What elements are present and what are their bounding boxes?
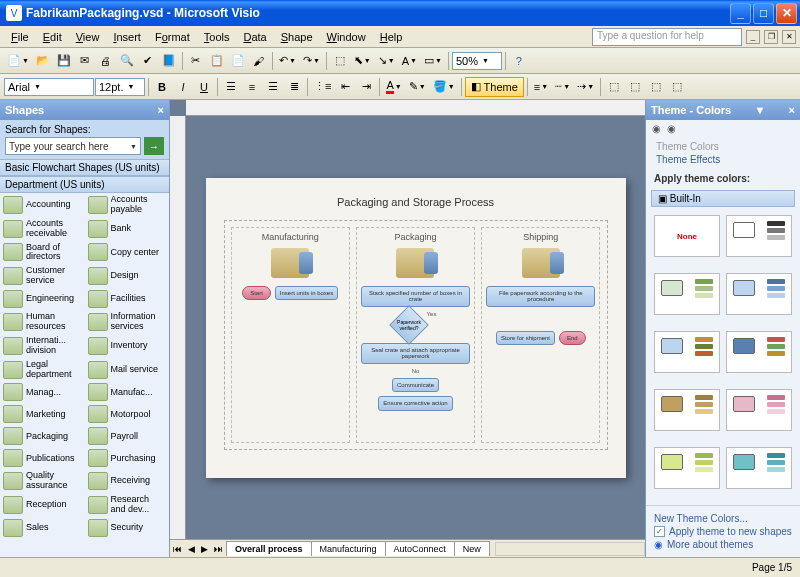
shape-item[interactable]: Engineering: [0, 288, 85, 310]
undo-button[interactable]: ↶▼: [276, 51, 299, 71]
horizontal-scrollbar[interactable]: [495, 542, 645, 556]
theme-swatch[interactable]: [654, 331, 720, 373]
copy-button[interactable]: 📋: [207, 51, 227, 71]
menu-view[interactable]: View: [69, 29, 107, 45]
drawing-page[interactable]: Packaging and Storage Process Manufactur…: [206, 178, 626, 478]
open-button[interactable]: 📂: [33, 51, 53, 71]
lane-shipping[interactable]: Shipping File paperwork according to the…: [481, 227, 600, 443]
theme-swatch[interactable]: [654, 447, 720, 489]
shape-item[interactable]: Accounts payable: [85, 193, 170, 217]
shape-item[interactable]: Human resources: [0, 310, 85, 334]
cut-button[interactable]: ✂: [186, 51, 206, 71]
tab-nav-first[interactable]: ⏮: [170, 544, 185, 554]
theme-swatch[interactable]: [726, 273, 792, 315]
align-center-button[interactable]: ≡: [242, 77, 262, 97]
line-ends-button[interactable]: ⇢▼: [574, 77, 597, 97]
node-file[interactable]: File paperwork according to the procedur…: [486, 286, 595, 307]
theme-swatch[interactable]: [726, 215, 792, 257]
shape-item[interactable]: Bank: [85, 217, 170, 241]
node-ensure[interactable]: Ensure corrective action: [378, 396, 452, 411]
rectangle-tool-button[interactable]: ▭▼: [421, 51, 445, 71]
shape-item[interactable]: Quality assurance: [0, 469, 85, 493]
save-button[interactable]: 💾: [54, 51, 74, 71]
menu-format[interactable]: Format: [148, 29, 197, 45]
apply-to-new-shapes-checkbox[interactable]: ✓Apply theme to new shapes: [654, 526, 792, 537]
underline-button[interactable]: U: [194, 77, 214, 97]
menu-edit[interactable]: Edit: [36, 29, 69, 45]
shape-item[interactable]: Customer service: [0, 264, 85, 288]
node-verify[interactable]: Paperwork verified?: [389, 305, 429, 345]
shape-item[interactable]: Board of directors: [0, 241, 85, 265]
menu-insert[interactable]: Insert: [106, 29, 148, 45]
help-search-input[interactable]: Type a question for help: [592, 28, 742, 46]
shape-item[interactable]: Facilities: [85, 288, 170, 310]
align-left-button[interactable]: ☰: [221, 77, 241, 97]
drawing-canvas[interactable]: Packaging and Storage Process Manufactur…: [186, 116, 645, 539]
mail-button[interactable]: ✉: [75, 51, 95, 71]
research-button[interactable]: 📘: [159, 51, 179, 71]
stencil-flowchart[interactable]: Basic Flowchart Shapes (US units): [0, 159, 169, 176]
close-button[interactable]: ✕: [776, 3, 797, 24]
shape-item[interactable]: Marketing: [0, 403, 85, 425]
node-start[interactable]: Start: [242, 286, 271, 301]
menu-data[interactable]: Data: [236, 29, 273, 45]
spelling-button[interactable]: ✔: [138, 51, 158, 71]
menu-tools[interactable]: Tools: [197, 29, 237, 45]
shape-item[interactable]: Payroll: [85, 425, 170, 447]
text-tool-button[interactable]: A▼: [399, 51, 420, 71]
shape-item[interactable]: Packaging: [0, 425, 85, 447]
shape-item[interactable]: Manag...: [0, 381, 85, 403]
shape-item[interactable]: Accounting: [0, 193, 85, 217]
theme-swatch[interactable]: [726, 331, 792, 373]
theme-panel-dropdown-icon[interactable]: ▼: [754, 104, 765, 116]
maximize-button[interactable]: □: [753, 3, 774, 24]
format-painter-button[interactable]: 🖌: [249, 51, 269, 71]
shape-item[interactable]: Copy center: [85, 241, 170, 265]
connector-tool-button[interactable]: ↘▼: [375, 51, 398, 71]
shape-item[interactable]: Receiving: [85, 469, 170, 493]
node-communicate[interactable]: Communicate: [392, 378, 439, 393]
more-about-themes-link[interactable]: ◉More about themes: [654, 539, 792, 550]
fill-color-button[interactable]: 🪣▼: [430, 77, 458, 97]
shape-item[interactable]: Security: [85, 517, 170, 539]
node-insert[interactable]: Insert units in boxes: [275, 286, 338, 301]
theme-effects-link[interactable]: Theme Effects: [656, 154, 790, 165]
page-tab-overall[interactable]: Overall process: [226, 541, 312, 556]
shape-item[interactable]: Accounts receivable: [0, 217, 85, 241]
theme-category-builtin[interactable]: ▣ Built-In: [651, 190, 795, 207]
lane-manufacturing[interactable]: Manufacturing Start Insert units in boxe…: [231, 227, 350, 443]
print-preview-button[interactable]: 🔍: [117, 51, 137, 71]
doc-close-button[interactable]: ✕: [782, 30, 796, 44]
page-tab-new[interactable]: New: [454, 541, 490, 556]
line-color-button[interactable]: ✎▼: [406, 77, 429, 97]
help-button[interactable]: ?: [509, 51, 529, 71]
theme-button[interactable]: ◧ Theme: [465, 77, 524, 97]
shape-item[interactable]: Purchasing: [85, 447, 170, 469]
align-shapes-button[interactable]: ⬚: [604, 77, 624, 97]
node-seal[interactable]: Seal crate and attach appropriate paperw…: [361, 343, 470, 364]
shape-item[interactable]: Mail service: [85, 358, 170, 382]
node-end[interactable]: End: [559, 331, 586, 346]
shape-item[interactable]: Research and dev...: [85, 493, 170, 517]
bullets-button[interactable]: ⋮≡: [311, 77, 334, 97]
font-name-combo[interactable]: Arial▼: [4, 78, 94, 96]
theme-swatch-none[interactable]: None: [654, 215, 720, 257]
shape-item[interactable]: Motorpool: [85, 403, 170, 425]
new-theme-colors-link[interactable]: New Theme Colors...: [654, 513, 792, 524]
theme-colors-link[interactable]: Theme Colors: [656, 141, 790, 152]
line-pattern-button[interactable]: ┈▼: [552, 77, 573, 97]
increase-indent-button[interactable]: ⇥: [356, 77, 376, 97]
shapes-search-input[interactable]: Type your search here▼: [5, 137, 141, 155]
zoom-combo[interactable]: 50%▼: [452, 52, 502, 70]
tab-nav-next[interactable]: ▶: [198, 544, 211, 554]
page-tab-autoconnect[interactable]: AutoConnect: [385, 541, 455, 556]
shape-item[interactable]: Sales: [0, 517, 85, 539]
new-button[interactable]: 📄▼: [4, 51, 32, 71]
theme-panel-close-icon[interactable]: ×: [789, 104, 795, 116]
node-stack[interactable]: Stack specified number of boxes in crate: [361, 286, 470, 307]
align-right-button[interactable]: ☰: [263, 77, 283, 97]
shape-item[interactable]: Legal department: [0, 358, 85, 382]
italic-button[interactable]: I: [173, 77, 193, 97]
shapes-window-button[interactable]: ⬚: [330, 51, 350, 71]
doc-restore-button[interactable]: ❐: [764, 30, 778, 44]
